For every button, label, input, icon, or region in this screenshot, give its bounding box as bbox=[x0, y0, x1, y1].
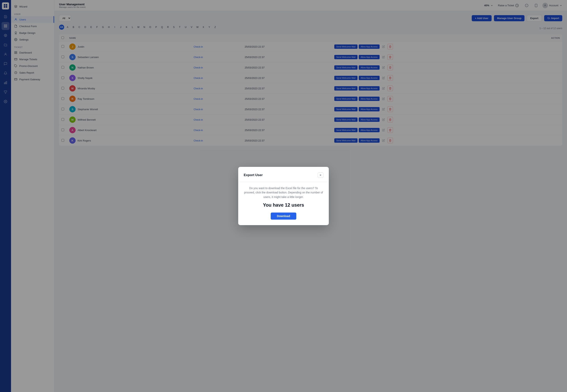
modal-body: Do you want to download the Excel file f… bbox=[244, 186, 323, 208]
modal-close-button[interactable]: ✕ bbox=[318, 172, 323, 178]
download-button[interactable]: Download bbox=[271, 212, 297, 220]
modal-footer: Download bbox=[244, 212, 323, 220]
modal-count-number: 12 bbox=[285, 202, 290, 208]
modal-count-prefix: You have bbox=[263, 202, 285, 208]
modal-count-suffix: users bbox=[290, 202, 304, 208]
modal-description: Do you want to download the Excel file f… bbox=[244, 186, 323, 199]
export-modal: Export User ✕ Do you want to download th… bbox=[238, 167, 329, 225]
modal-user-count: You have 12 users bbox=[244, 202, 323, 208]
modal-header: Export User ✕ bbox=[244, 172, 323, 178]
modal-overlay[interactable]: Export User ✕ Do you want to download th… bbox=[0, 0, 567, 392]
modal-title: Export User bbox=[244, 173, 263, 177]
modal-divider bbox=[238, 182, 329, 182]
